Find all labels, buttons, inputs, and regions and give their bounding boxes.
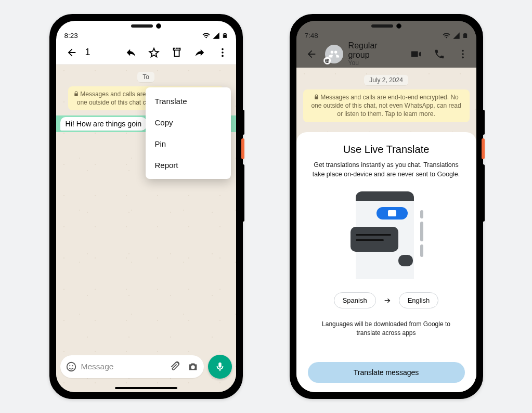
phone-sensors [131, 23, 161, 29]
encryption-banner[interactable]: Messages and calls are end-to-end encryp… [303, 89, 470, 122]
context-menu: Translate Copy Pin Report [146, 87, 231, 179]
sheet-title: Use Live Translate [343, 144, 430, 156]
composer: Message [56, 351, 236, 392]
svg-point-4 [67, 363, 75, 371]
chat-title[interactable]: Regular group You [348, 41, 400, 68]
call-button[interactable] [429, 44, 449, 64]
menu-translate[interactable]: Translate [146, 91, 231, 112]
to-language[interactable]: English [399, 292, 439, 308]
status-icons [443, 32, 468, 40]
sheet-illustration [347, 188, 425, 282]
message-placeholder: Message [81, 362, 168, 371]
signal-icon [452, 32, 460, 40]
camera-icon[interactable] [187, 361, 199, 372]
phone-left: 8:23 1 [49, 14, 243, 399]
phone-sensors [371, 23, 401, 29]
chat-subtitle: You [348, 60, 400, 67]
trash-icon [171, 47, 183, 58]
hw-accent-button [241, 138, 244, 159]
battery-icon [462, 32, 468, 40]
emoji-icon[interactable] [66, 361, 77, 372]
back-button[interactable] [302, 44, 322, 64]
forward-button[interactable] [189, 42, 210, 63]
hw-volume [242, 164, 244, 222]
svg-point-3 [222, 55, 224, 57]
back-button[interactable] [61, 42, 82, 63]
status-time: 7:48 [305, 32, 318, 40]
date-chip: To [137, 72, 154, 82]
battery-icon [222, 32, 228, 40]
signal-icon [212, 32, 220, 40]
svg-point-6 [72, 365, 73, 366]
svg-point-5 [69, 365, 70, 366]
phone-right: 7:48 Regular group You [290, 14, 483, 399]
arrow-back-icon [306, 48, 317, 60]
language-selector: Spanish English [334, 292, 439, 308]
lock-icon [73, 91, 79, 97]
sheet-note: Languages will be downloaded from Google… [316, 320, 457, 338]
arrow-back-icon [66, 47, 77, 58]
video-call-button[interactable] [406, 44, 426, 64]
menu-copy[interactable]: Copy [146, 112, 231, 133]
svg-point-10 [462, 57, 464, 59]
from-language[interactable]: Spanish [334, 292, 376, 308]
more-vert-icon [457, 48, 469, 60]
chat-area[interactable]: To Messages and calls are end-to-end enc… [56, 64, 236, 392]
video-icon [410, 48, 422, 60]
mic-icon [214, 361, 226, 372]
more-button[interactable] [212, 42, 233, 63]
chat-title-text: Regular group [348, 41, 400, 60]
translate-messages-button[interactable]: Translate messages [308, 362, 465, 383]
wifi-icon [443, 32, 450, 40]
group-avatar[interactable] [325, 45, 343, 63]
phone-icon [434, 48, 445, 60]
message-bubble[interactable]: Hi! How are things goin [60, 117, 147, 131]
svg-point-8 [462, 50, 464, 52]
selection-toolbar: 1 [56, 41, 236, 64]
star-button[interactable] [144, 42, 164, 63]
date-chip: July 2, 2024 [364, 75, 408, 85]
more-vert-icon [217, 47, 228, 58]
svg-rect-0 [223, 35, 226, 38]
arrow-right-icon [383, 296, 392, 305]
sheet-desc: Get translations instantly as you chat. … [308, 161, 464, 179]
attach-icon[interactable] [168, 361, 180, 372]
svg-point-9 [462, 53, 464, 55]
svg-point-2 [222, 51, 224, 54]
hw-accent-button [482, 138, 485, 159]
forward-icon [194, 47, 205, 58]
globe-icon [325, 58, 330, 63]
nav-bar[interactable] [115, 387, 177, 389]
translate-pill-icon [377, 207, 408, 220]
voice-button[interactable] [208, 355, 232, 379]
menu-report[interactable]: Report [146, 154, 231, 176]
reply-button[interactable] [121, 42, 141, 63]
selection-count: 1 [85, 47, 90, 58]
encryption-text: Messages and calls are end-to-end encryp… [311, 94, 461, 118]
chat-toolbar: Regular group You [296, 41, 476, 68]
star-icon [148, 47, 160, 58]
lock-icon [314, 94, 319, 100]
status-time: 8:23 [64, 32, 78, 40]
hw-volume [482, 164, 485, 222]
reply-icon [125, 47, 137, 58]
delete-button[interactable] [166, 42, 187, 63]
menu-pin[interactable]: Pin [146, 133, 231, 154]
live-translate-sheet: Use Live Translate Get translations inst… [296, 132, 476, 392]
wifi-icon [202, 32, 210, 40]
message-input[interactable]: Message [60, 355, 204, 378]
svg-point-1 [222, 48, 224, 50]
status-icons [202, 32, 228, 40]
more-button[interactable] [452, 44, 473, 64]
